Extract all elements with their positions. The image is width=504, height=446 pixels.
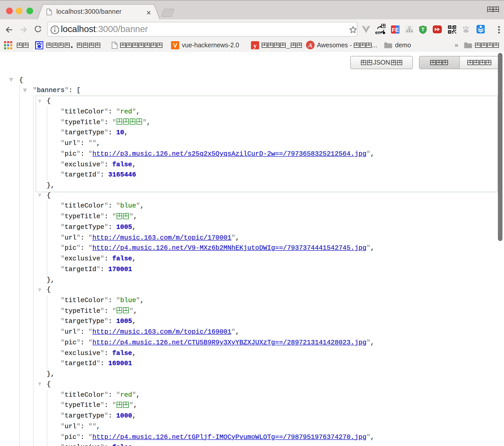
svg-text:y: y [253, 42, 257, 49]
svg-text:T: T [421, 26, 424, 32]
svg-text:A: A [307, 42, 312, 49]
svg-text:FE: FE [392, 27, 399, 33]
svg-text:V: V [173, 42, 177, 49]
